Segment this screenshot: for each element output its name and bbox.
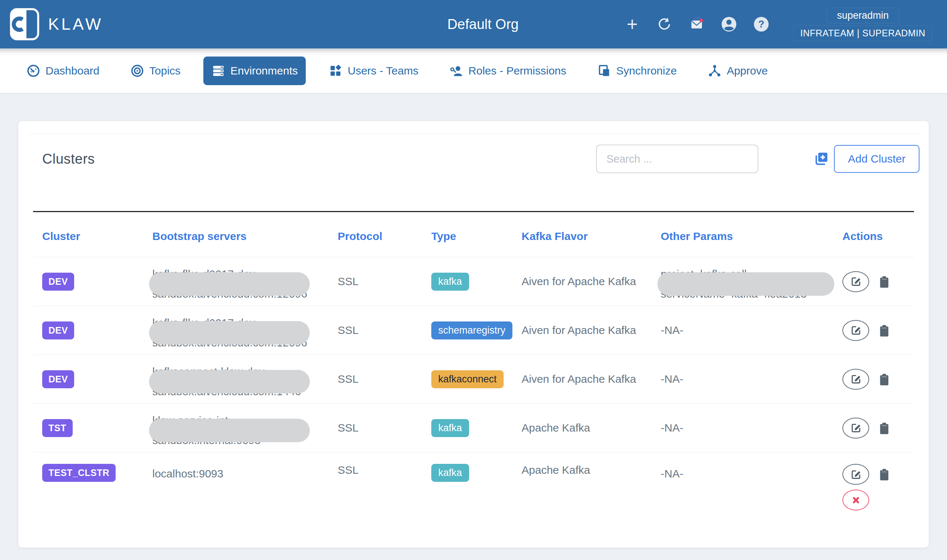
cluster-type-badge: schemaregistry: [431, 322, 513, 340]
kafka-flavor-cell: Apache Kafka: [522, 422, 661, 434]
tab-topics[interactable]: Topics: [122, 57, 189, 85]
table-header-row: ClusterBootstrap serversProtocolTypeKafk…: [33, 211, 914, 257]
edit-icon: [850, 373, 862, 385]
tab-dashboard[interactable]: Dashboard: [18, 57, 108, 85]
tab-label: Approve: [727, 65, 768, 77]
username[interactable]: superadmin: [826, 8, 899, 23]
copy-cluster-button[interactable]: [879, 325, 890, 339]
type-cell: kafka: [431, 419, 522, 437]
table-row: TST klaw-service-int sandbox.internal:90…: [33, 404, 914, 452]
tab-roles-permissions[interactable]: Roles - Permissions: [441, 57, 574, 85]
dashboard-gauge-icon: [26, 64, 40, 78]
cluster-env-badge: DEV: [42, 322, 74, 340]
cluster-env-badge: TEST_CLSTR: [42, 464, 115, 482]
tab-label: Environments: [231, 65, 298, 77]
table-row: DEV kafkaconnect-klaw-dev sandbox.aivenc…: [33, 355, 914, 404]
add-request-button[interactable]: +: [624, 15, 641, 33]
bootstrap-servers-cell: klaw-service-int sandbox.internal:9093: [152, 406, 338, 450]
tab-users-teams[interactable]: Users - Teams: [320, 57, 427, 85]
help-icon: ?: [753, 15, 770, 33]
copy-cluster-button[interactable]: [879, 275, 890, 290]
search-input[interactable]: [596, 145, 758, 173]
actions-cell: [842, 320, 914, 341]
help-button[interactable]: ?: [753, 15, 770, 33]
copy-cluster-button[interactable]: [879, 468, 890, 483]
cluster-type-badge: kafka: [431, 273, 469, 291]
clusters-table: ClusterBootstrap serversProtocolTypeKafk…: [33, 211, 914, 531]
cluster-type-badge: kafka: [431, 464, 469, 482]
redaction-overlay: [149, 419, 310, 442]
protocol-cell: SSL: [338, 373, 431, 385]
main-content: Clusters Add Cluster ClusterBootstrap se…: [0, 93, 947, 548]
approve-share-icon: [708, 64, 722, 78]
edit-icon: [850, 422, 862, 434]
bootstrap-servers-cell: kafkaconnect-klaw-dev sandbox.aivencloud…: [152, 357, 338, 402]
delete-x-icon: [851, 495, 861, 505]
edit-cluster-button[interactable]: [842, 320, 869, 341]
tab-synchronize[interactable]: Synchronize: [589, 57, 685, 85]
cluster-cell: TEST_CLSTR: [33, 464, 152, 482]
kafka-flavor-cell: Aiven for Apache Kafka: [522, 275, 661, 288]
clusters-card: Clusters Add Cluster ClusterBootstrap se…: [18, 121, 929, 548]
cluster-env-badge: DEV: [42, 370, 74, 388]
column-header-protocol: Protocol: [338, 230, 431, 243]
tab-approve[interactable]: Approve: [700, 57, 776, 85]
add-collection-icon[interactable]: [813, 151, 829, 167]
column-header-type: Type: [431, 230, 522, 243]
protocol-cell: SSL: [338, 324, 431, 337]
other-params-cell: project=kafka-coll serviceName=kafka-4le…: [661, 259, 842, 304]
redaction-overlay: [149, 321, 310, 345]
kafka-flavor-cell: Apache Kafka: [522, 464, 661, 476]
clipboard-icon: [879, 325, 890, 338]
roles-key-user-icon: [449, 64, 463, 78]
column-header-bootstrap-servers: Bootstrap servers: [152, 230, 338, 243]
bootstrap-servers-cell: localhost:9093: [152, 464, 338, 484]
user-icon: [721, 15, 738, 33]
copy-cluster-button[interactable]: [879, 373, 890, 388]
actions-cell: [842, 418, 914, 438]
actions-cell: [842, 271, 914, 292]
column-header-actions: Actions: [842, 230, 914, 243]
type-cell: kafka: [431, 464, 522, 482]
add-cluster-button[interactable]: Add Cluster: [834, 145, 919, 173]
cluster-type-badge: kafkaconnect: [431, 370, 504, 388]
table-row: DEV kafka-flke-d0017-dev sandbox.aivencl…: [33, 306, 914, 355]
environments-server-icon: [211, 64, 225, 78]
other-params-cell: -NA-: [661, 320, 842, 340]
mail-icon: [688, 12, 705, 36]
refresh-button[interactable]: [656, 15, 673, 33]
protocol-cell: SSL: [338, 464, 431, 476]
edit-cluster-button[interactable]: [842, 464, 869, 485]
column-header-other-params: Other Params: [661, 230, 842, 243]
type-cell: kafkaconnect: [431, 370, 522, 388]
edit-cluster-button[interactable]: [842, 369, 869, 390]
tab-label: Roles - Permissions: [468, 65, 567, 77]
edit-icon: [850, 275, 862, 288]
profile-button[interactable]: [721, 15, 738, 33]
redaction-overlay: [149, 272, 310, 296]
kafka-flavor-cell: Aiven for Apache Kafka: [522, 324, 661, 337]
other-params-cell: -NA-: [661, 464, 842, 484]
other-params-cell: -NA-: [661, 369, 842, 389]
notifications-button[interactable]: [688, 15, 705, 33]
cluster-env-badge: TST: [42, 419, 73, 437]
type-cell: schemaregistry: [431, 322, 522, 340]
copy-cluster-button[interactable]: [879, 422, 890, 436]
table-row: DEV kafka-flke-d0017-dev sandbox.aivencl…: [33, 257, 914, 306]
protocol-cell: SSL: [338, 422, 431, 434]
tab-environments[interactable]: Environments: [203, 57, 306, 85]
edit-icon: [850, 468, 862, 481]
top-navbar: KLAW Default Org +: [0, 0, 947, 48]
tab-label: Topics: [149, 65, 180, 77]
main-nav: DashboardTopicsEnvironmentsUsers - Teams…: [0, 48, 947, 93]
cluster-type-badge: kafka: [431, 419, 469, 437]
cluster-cell: TST: [33, 419, 152, 437]
clipboard-icon: [879, 275, 890, 289]
edit-cluster-button[interactable]: [842, 418, 869, 438]
delete-cluster-button[interactable]: [842, 489, 869, 511]
team-role[interactable]: INFRATEAM | SUPERADMIN: [793, 25, 932, 41]
edit-cluster-button[interactable]: [842, 271, 869, 292]
klaw-logo-icon: [9, 7, 40, 41]
brand[interactable]: KLAW: [9, 7, 103, 41]
tab-label: Dashboard: [46, 65, 100, 77]
